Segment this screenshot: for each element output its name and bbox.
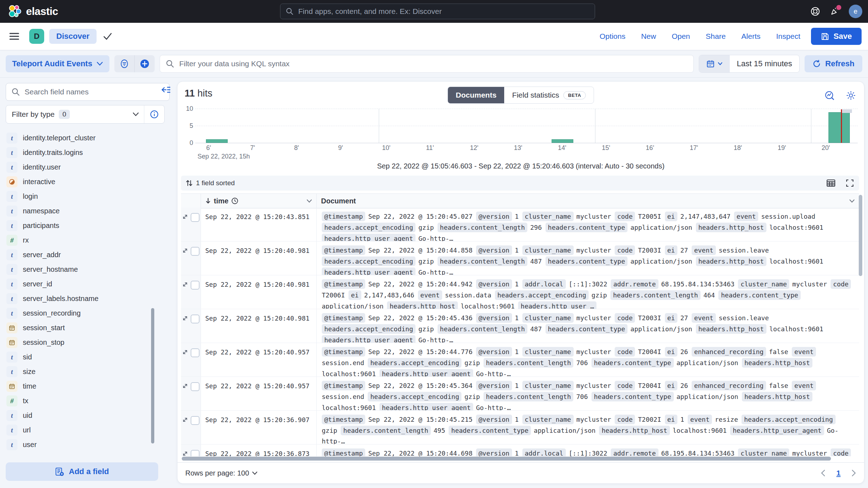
sort-fields-icon[interactable] — [186, 180, 192, 187]
field-item-session_recording[interactable]: t session_recording — [2, 306, 152, 321]
refresh-button[interactable]: Refresh — [805, 55, 862, 72]
field-item-server_hostname[interactable]: t server_hostname — [2, 262, 152, 277]
page-number[interactable]: 1 — [836, 469, 841, 477]
row-checkbox[interactable] — [191, 281, 200, 290]
space-avatar[interactable]: D — [29, 29, 44, 44]
data-view-picker[interactable]: Teleport Audit Events — [6, 55, 109, 72]
chevron-down-icon[interactable] — [306, 199, 312, 203]
row-checkbox[interactable] — [191, 315, 200, 323]
row-time-cell[interactable]: Sep 22, 2022 @ 15:20:40.957 — [201, 343, 317, 377]
row-time-cell[interactable]: Sep 22, 2022 @ 15:20:40.981 — [201, 309, 317, 343]
elastic-logo[interactable]: elastic — [8, 5, 58, 18]
row-checkbox[interactable] — [191, 247, 200, 256]
row-time-cell[interactable]: Sep 22, 2022 @ 15:20:36.907 — [201, 411, 317, 444]
row-checkbox[interactable] — [191, 416, 200, 425]
expand-document-icon[interactable] — [182, 315, 188, 343]
kql-query-input[interactable]: Filter your data using KQL syntax — [160, 55, 694, 73]
tab-field-statistics[interactable]: Field statistics BETA — [504, 87, 594, 103]
field-item-login[interactable]: t login — [2, 189, 152, 204]
field-item-uid[interactable]: t uid — [2, 408, 152, 423]
header-document-column[interactable]: Document — [317, 194, 859, 208]
field-item-session_start[interactable]: session_start — [2, 321, 152, 335]
field-item-participants[interactable]: t participants — [2, 218, 152, 233]
display-options-grid-icon[interactable] — [826, 179, 836, 187]
expand-document-icon[interactable] — [182, 214, 188, 241]
help-icon[interactable] — [810, 6, 820, 16]
row-checkbox[interactable] — [191, 348, 200, 357]
add-filter-icon[interactable] — [135, 55, 155, 72]
field-item-session_stop[interactable]: session_stop — [2, 335, 152, 350]
field-item-identity.traits.logins[interactable]: t identity.traits.logins — [2, 145, 152, 160]
field-item-url[interactable]: t url — [2, 423, 152, 437]
row-checkbox[interactable] — [191, 382, 200, 391]
histogram-chart[interactable]: 0510 6'7'8'9'10'11'12'13'14'15'16'17'18'… — [185, 107, 859, 156]
filter-by-type[interactable]: Filter by type 0 — [6, 105, 165, 124]
menu-new[interactable]: New — [641, 32, 656, 41]
field-item-server_labels.hostname[interactable]: t server_labels.hostname — [2, 291, 152, 306]
field-item-rx[interactable]: # rx — [2, 233, 152, 248]
calendar-menu-button[interactable] — [699, 55, 730, 72]
row-time-cell[interactable]: Sep 22, 2022 @ 15:20:36.873 — [201, 445, 317, 456]
field-item-namespace[interactable]: t namespace — [2, 204, 152, 218]
notifications-icon[interactable] — [830, 6, 839, 16]
field-item-identity.user[interactable]: t identity.user — [2, 160, 152, 175]
save-button[interactable]: Save — [811, 28, 862, 45]
expand-document-icon[interactable] — [182, 417, 188, 444]
sidebar-scrollbar[interactable] — [151, 308, 154, 443]
field-item-server_addr[interactable]: t server_addr — [2, 248, 152, 262]
field-item-size[interactable]: t size — [2, 364, 152, 379]
row-checkbox[interactable] — [191, 450, 200, 456]
field-item-interactive[interactable]: interactive — [2, 175, 152, 189]
hide-chart-icon[interactable] — [824, 90, 835, 101]
menu-inspect[interactable]: Inspect — [776, 32, 800, 41]
field-search-input[interactable]: Search field names — [6, 83, 170, 101]
sorted-fields-label[interactable]: 1 field sorted — [196, 179, 235, 187]
expand-document-icon[interactable] — [182, 349, 188, 377]
rows-per-page-button[interactable]: Rows per page: 100 — [185, 469, 258, 477]
user-avatar[interactable]: e — [849, 5, 862, 18]
field-item-tx[interactable]: # tx — [2, 394, 152, 408]
row-document-cell[interactable]: @timestampSep 22, 2022 @ 15:20:44.942@ve… — [317, 275, 859, 309]
row-document-cell[interactable]: @timestampSep 22, 2022 @ 15:20:44.858@ve… — [317, 242, 859, 275]
field-item-identity.teleport_cluster[interactable]: t identity.teleport_cluster — [2, 131, 152, 145]
row-time-cell[interactable]: Sep 22, 2022 @ 15:20:40.957 — [201, 377, 317, 410]
collapse-sidebar-icon[interactable] — [161, 85, 170, 94]
fullscreen-icon[interactable] — [846, 179, 854, 187]
histogram-bar[interactable] — [206, 139, 228, 143]
breadcrumb-discover[interactable]: Discover — [49, 29, 97, 44]
histogram-bar[interactable] — [552, 139, 573, 143]
chevron-down-icon[interactable] — [849, 199, 855, 203]
menu-share[interactable]: Share — [706, 32, 726, 41]
row-document-cell[interactable]: @timestampSep 22, 2022 @ 15:20:45.027@ve… — [317, 208, 859, 241]
row-document-cell[interactable]: @timestampSep 22, 2022 @ 15:20:44.698@ve… — [317, 445, 859, 456]
row-document-cell[interactable]: @timestampSep 22, 2022 @ 15:20:44.776@ve… — [317, 343, 859, 377]
saved-query-menu-icon[interactable] — [114, 55, 134, 72]
row-time-cell[interactable]: Sep 22, 2022 @ 15:20:40.981 — [201, 275, 317, 309]
header-time-column[interactable]: time — [201, 194, 317, 208]
field-item-user[interactable]: t user — [2, 437, 152, 452]
chart-options-gear-icon[interactable] — [846, 90, 856, 101]
row-time-cell[interactable]: Sep 22, 2022 @ 15:20:40.981 — [201, 242, 317, 275]
row-time-cell[interactable]: Sep 22, 2022 @ 15:20:43.851 — [201, 208, 317, 241]
horizontal-scrollbar[interactable] — [182, 457, 831, 461]
field-item-time[interactable]: time — [2, 379, 152, 394]
time-range-label[interactable]: Last 15 minutes — [730, 59, 799, 68]
tab-documents[interactable]: Documents — [448, 87, 504, 103]
row-document-cell[interactable]: @timestampSep 22, 2022 @ 15:20:45.215@ve… — [317, 411, 859, 444]
menu-options[interactable]: Options — [600, 32, 625, 41]
vertical-scrollbar[interactable] — [859, 195, 862, 276]
expand-document-icon[interactable] — [182, 248, 188, 275]
expand-document-icon[interactable] — [182, 281, 188, 309]
field-item-server_id[interactable]: t server_id — [2, 277, 152, 291]
add-field-button[interactable]: Add a field — [6, 462, 158, 481]
previous-page-icon[interactable] — [821, 469, 826, 477]
field-item-sid[interactable]: t sid — [2, 350, 152, 364]
menu-open[interactable]: Open — [672, 32, 690, 41]
row-document-cell[interactable]: @timestampSep 22, 2022 @ 15:20:45.436@ve… — [317, 309, 859, 343]
global-search-input[interactable]: Find apps, content, and more. Ex: Discov… — [280, 4, 595, 19]
expand-document-icon[interactable] — [182, 383, 188, 410]
expand-document-icon[interactable] — [182, 451, 188, 456]
next-page-icon[interactable] — [851, 469, 856, 477]
row-document-cell[interactable]: @timestampSep 22, 2022 @ 15:20:45.364@ve… — [317, 377, 859, 410]
histogram-bar[interactable] — [828, 112, 850, 143]
